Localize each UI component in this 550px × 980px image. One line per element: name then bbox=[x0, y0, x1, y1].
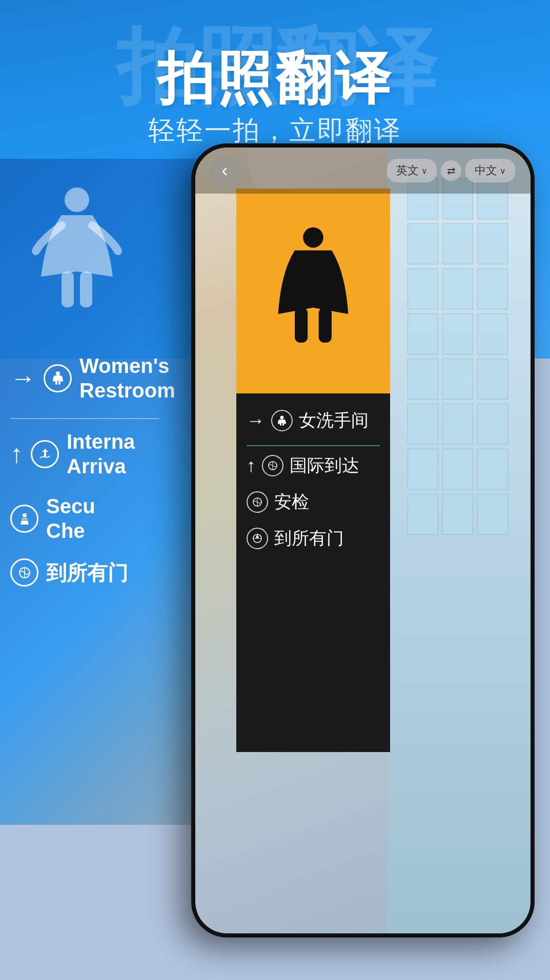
window-pane bbox=[477, 223, 508, 264]
restroom-icon bbox=[44, 364, 72, 392]
trans-text-security: 安检 bbox=[274, 490, 309, 514]
trans-item-restroom: → 女洗手间 bbox=[247, 409, 380, 432]
left-sign-item-gates: 到所有门 bbox=[10, 558, 175, 587]
phone-frame: → 女洗手间 ↑ bbox=[191, 143, 535, 937]
window-pane bbox=[477, 314, 508, 355]
window-row bbox=[408, 268, 520, 309]
window-pane bbox=[477, 449, 508, 490]
window-pane bbox=[477, 494, 508, 535]
svg-rect-2 bbox=[80, 272, 92, 307]
window-pane bbox=[408, 404, 438, 445]
window-row bbox=[408, 494, 520, 535]
window-pane bbox=[442, 494, 473, 535]
security-text: SecuChe bbox=[46, 494, 95, 543]
trans-icon-restroom bbox=[271, 410, 293, 431]
security-icon bbox=[10, 505, 38, 533]
svg-rect-4 bbox=[55, 381, 57, 385]
trans-item-arrivals: ↑ 国际到达 bbox=[247, 454, 380, 477]
arrivals-arrow: ↑ bbox=[10, 439, 23, 469]
window-row bbox=[408, 359, 520, 400]
window-row bbox=[408, 223, 520, 264]
phone-top-bar: ‹ 英文 ∨ ⇄ 中文 ∨ bbox=[195, 148, 531, 194]
window-pane bbox=[408, 268, 438, 309]
trans-icon-gates bbox=[247, 528, 268, 549]
svg-rect-11 bbox=[295, 307, 308, 342]
left-sign-item-restroom: → Women'sRestroom bbox=[10, 353, 175, 403]
svg-rect-1 bbox=[62, 272, 74, 307]
svg-point-13 bbox=[280, 416, 284, 420]
svg-rect-5 bbox=[58, 381, 60, 385]
window-pane bbox=[442, 404, 473, 445]
source-lang-label: 英文 bbox=[396, 163, 419, 178]
window-pane bbox=[408, 449, 438, 490]
window-pane bbox=[442, 223, 473, 264]
trans-divider bbox=[247, 445, 380, 446]
back-icon: ‹ bbox=[222, 160, 228, 181]
trans-icon-security bbox=[247, 491, 268, 513]
window-row bbox=[408, 314, 520, 355]
trans-arrow-restroom: → bbox=[247, 410, 265, 431]
svg-point-10 bbox=[303, 227, 323, 248]
window-pane bbox=[477, 268, 508, 309]
window-pane bbox=[477, 404, 508, 445]
left-divider-1 bbox=[10, 418, 159, 419]
svg-point-3 bbox=[56, 371, 60, 376]
gates-text: 到所有门 bbox=[46, 560, 128, 585]
left-sign-item-security: SecuChe bbox=[10, 494, 175, 543]
window-pane bbox=[442, 449, 473, 490]
source-lang-chevron: ∨ bbox=[421, 166, 427, 176]
translated-overlay: → 女洗手间 ↑ bbox=[236, 399, 390, 573]
window-pane bbox=[408, 494, 438, 535]
svg-point-6 bbox=[23, 513, 27, 517]
trans-icon-arrivals bbox=[262, 455, 283, 476]
target-lang-chevron: ∨ bbox=[500, 166, 506, 176]
swap-language-button[interactable]: ⇄ bbox=[441, 160, 461, 181]
window-pane bbox=[408, 314, 438, 355]
window-pane bbox=[442, 268, 473, 309]
restroom-text: Women'sRestroom bbox=[79, 353, 175, 403]
target-lang-label: 中文 bbox=[475, 163, 497, 178]
yellow-sign bbox=[236, 189, 390, 393]
phone-screen: → 女洗手间 ↑ bbox=[195, 148, 531, 933]
svg-point-0 bbox=[65, 187, 89, 212]
window-pane bbox=[408, 223, 438, 264]
arrivals-text: InternaArriva bbox=[67, 429, 135, 478]
window-row bbox=[408, 404, 520, 445]
trans-text-restroom: 女洗手间 bbox=[299, 409, 369, 432]
arrivals-icon bbox=[31, 440, 59, 468]
target-language-selector[interactable]: 中文 ∨ bbox=[465, 159, 515, 182]
svg-rect-14 bbox=[280, 423, 281, 426]
trans-item-gates: 到所有门 bbox=[247, 527, 380, 550]
swap-icon: ⇄ bbox=[447, 164, 456, 177]
source-language-selector[interactable]: 英文 ∨ bbox=[387, 159, 437, 182]
left-sign-items: → Women'sRestroom ↑ InternaArr bbox=[10, 353, 175, 602]
main-title: 拍照翻译 bbox=[0, 41, 550, 117]
window-pane bbox=[442, 359, 473, 400]
left-sign-item-arrivals: ↑ InternaArriva bbox=[10, 429, 175, 478]
svg-rect-15 bbox=[282, 423, 284, 426]
trans-arrow-arrivals: ↑ bbox=[247, 455, 256, 476]
window-pane bbox=[442, 314, 473, 355]
svg-rect-12 bbox=[319, 307, 332, 342]
gates-icon bbox=[10, 558, 38, 587]
trans-item-security: 安检 bbox=[247, 490, 380, 514]
trans-text-arrivals: 国际到达 bbox=[290, 454, 359, 477]
svg-rect-7 bbox=[22, 518, 28, 519]
window-pane bbox=[408, 359, 438, 400]
back-button[interactable]: ‹ bbox=[211, 157, 239, 185]
female-icon-left bbox=[26, 184, 128, 330]
window-pane bbox=[477, 359, 508, 400]
phone-mockup: → 女洗手间 ↑ bbox=[191, 143, 550, 953]
window-row bbox=[408, 449, 520, 490]
trans-text-gates: 到所有门 bbox=[274, 527, 344, 550]
language-bar: 英文 ∨ ⇄ 中文 ∨ bbox=[387, 159, 515, 182]
restroom-arrow: → bbox=[10, 363, 36, 393]
window-lines bbox=[408, 178, 520, 537]
